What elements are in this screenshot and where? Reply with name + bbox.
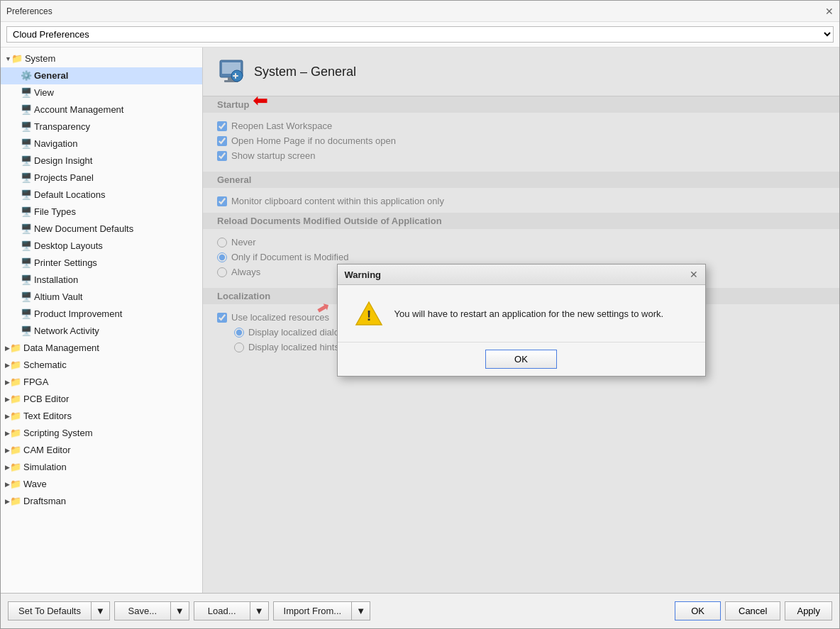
sidebar-item-installation[interactable]: 🖥️ Installation [1,272,202,289]
chevron-right-icon9: ▶ [5,477,10,491]
sidebar-item-scripting-label: Scripting System [23,426,93,440]
sidebar-item-data-management[interactable]: ▶ 📁 Data Management [1,340,202,357]
dialog-close-button[interactable]: ✕ [690,269,698,280]
sidebar-item-system[interactable]: ▼ 📁 System [1,50,202,67]
sidebar-item-default-locations[interactable]: 🖥️ Default Locations [1,187,202,204]
sidebar-item-draftsman[interactable]: ▶ 📁 Draftsman [1,493,202,510]
dialog-title: Warning [345,269,382,280]
set-defaults-arrow[interactable]: ▼ [92,601,110,620]
sidebar-item-simulation[interactable]: ▶ 📁 Simulation [1,459,202,476]
dialog-body: ! You will have to restart an applicatio… [338,285,705,342]
data-folder-icon: 📁 [10,343,21,354]
sidebar-item-schematic[interactable]: ▶ 📁 Schematic [1,357,202,374]
sidebar: ▼ 📁 System ⚙️ General 🖥️ View 🖥️ Account… [1,48,203,593]
set-defaults-group: Set To Defaults ▼ [8,601,110,620]
apply-button[interactable]: Apply [785,601,832,620]
sidebar-item-product-improvement[interactable]: 🖥️ Product Improvement [1,306,202,323]
chevron-right-icon6: ▶ [5,426,10,440]
desktop-icon: 🖥️ [21,240,32,252]
account-icon: 🖥️ [21,104,32,116]
new-doc-icon: 🖥️ [21,223,32,235]
sidebar-item-view[interactable]: 🖥️ View [1,84,202,101]
sidebar-item-text-editors[interactable]: ▶ 📁 Text Editors [1,408,202,425]
sidebar-item-wave[interactable]: ▶ 📁 Wave [1,476,202,493]
sidebar-item-file-types[interactable]: 🖥️ File Types [1,204,202,221]
sidebar-item-new-doc-label: New Document Defaults [34,222,133,236]
vault-icon: 🖥️ [21,291,32,303]
warning-triangle-icon: ! [355,299,383,328]
product-icon: 🖥️ [21,308,32,320]
transparency-icon: 🖥️ [21,121,32,133]
close-button[interactable]: ✕ [825,6,834,17]
dropdown-bar: Cloud Preferences [1,22,839,48]
sidebar-item-pcb-label: PCB Editor [23,392,69,406]
import-arrow[interactable]: ▼ [352,601,370,620]
sidebar-item-design-insight[interactable]: 🖥️ Design Insight [1,152,202,169]
sidebar-item-transparency[interactable]: 🖥️ Transparency [1,118,202,135]
chevron-down-icon: ▼ [5,52,11,66]
pcb-folder-icon: 📁 [10,394,21,405]
chevron-right-icon: ▶ [5,341,10,355]
simulation-folder-icon: 📁 [10,462,21,473]
network-icon: 🖥️ [21,325,32,337]
folder-icon: 📁 [11,53,23,65]
sidebar-item-altium-vault[interactable]: 🖥️ Altium Vault [1,289,202,306]
save-group: Save... ▼ [114,601,189,620]
fpga-folder-icon: 📁 [10,377,21,388]
load-button[interactable]: Load... [194,601,250,620]
cancel-button[interactable]: Cancel [725,601,780,620]
chevron-right-icon7: ▶ [5,443,10,457]
settings-icon: ⚙️ [21,70,32,82]
sidebar-item-desktop-layouts[interactable]: 🖥️ Desktop Layouts [1,238,202,255]
sidebar-item-product-label: Product Improvement [34,307,122,321]
sidebar-item-navigation[interactable]: 🖥️ Navigation [1,135,202,152]
load-group: Load... ▼ [194,601,269,620]
sidebar-item-network-label: Network Activity [34,324,99,338]
sidebar-item-pcb-editor[interactable]: ▶ 📁 PCB Editor [1,391,202,408]
sidebar-item-printer-label: Printer Settings [34,256,97,270]
sidebar-item-printer-settings[interactable]: 🖥️ Printer Settings [1,255,202,272]
sidebar-item-account-management[interactable]: 🖥️ Account Management [1,101,202,118]
save-arrow[interactable]: ▼ [171,601,189,620]
sidebar-item-installation-label: Installation [34,273,78,287]
cloud-preferences-dropdown[interactable]: Cloud Preferences [6,26,834,43]
sidebar-item-fpga-label: FPGA [23,375,48,389]
sidebar-item-general[interactable]: ⚙️ General [1,67,202,84]
svg-text:!: ! [366,308,371,323]
sidebar-item-account-label: Account Management [34,103,123,117]
projects-panel-icon: 🖥️ [21,172,32,184]
sidebar-item-general-label: General [34,69,68,83]
design-insight-icon: 🖥️ [21,155,32,167]
sidebar-item-network-activity[interactable]: 🖥️ Network Activity [1,323,202,340]
sidebar-item-cam-label: CAM Editor [23,443,70,457]
ok-button[interactable]: OK [675,601,721,620]
window-title: Preferences [6,6,52,16]
file-types-icon: 🖥️ [21,206,32,218]
sidebar-item-file-types-label: File Types [34,205,76,219]
sidebar-item-design-insight-label: Design Insight [34,154,92,168]
import-group: Import From... ▼ [273,601,371,620]
load-arrow[interactable]: ▼ [250,601,269,620]
warning-dialog: Warning ✕ ! You will have to restart an … [337,264,706,377]
left-button-group: Set To Defaults ▼ Save... ▼ Load... ▼ Im… [8,601,370,620]
dialog-message: You will have to restart an application … [394,308,664,319]
wave-folder-icon: 📁 [10,479,21,490]
save-button[interactable]: Save... [114,601,171,620]
set-defaults-button[interactable]: Set To Defaults [8,601,92,620]
navigation-icon: 🖥️ [21,138,32,150]
sidebar-item-fpga[interactable]: ▶ 📁 FPGA [1,374,202,391]
text-editors-folder-icon: 📁 [10,411,21,422]
sidebar-item-vault-label: Altium Vault [34,290,82,304]
sidebar-item-wave-label: Wave [23,477,47,491]
sidebar-item-scripting-system[interactable]: ▶ 📁 Scripting System [1,425,202,442]
sidebar-item-default-locations-label: Default Locations [34,188,105,202]
dialog-ok-button[interactable]: OK [485,350,557,369]
sidebar-item-cam-editor[interactable]: ▶ 📁 CAM Editor [1,442,202,459]
sidebar-item-new-document-defaults[interactable]: 🖥️ New Document Defaults [1,221,202,238]
import-button[interactable]: Import From... [273,601,353,620]
sidebar-item-desktop-label: Desktop Layouts [34,239,103,253]
sidebar-item-projects-panel[interactable]: 🖥️ Projects Panel [1,169,202,187]
sidebar-item-data-management-label: Data Management [23,341,99,355]
chevron-right-icon8: ▶ [5,460,10,474]
sidebar-item-view-label: View [34,86,54,100]
